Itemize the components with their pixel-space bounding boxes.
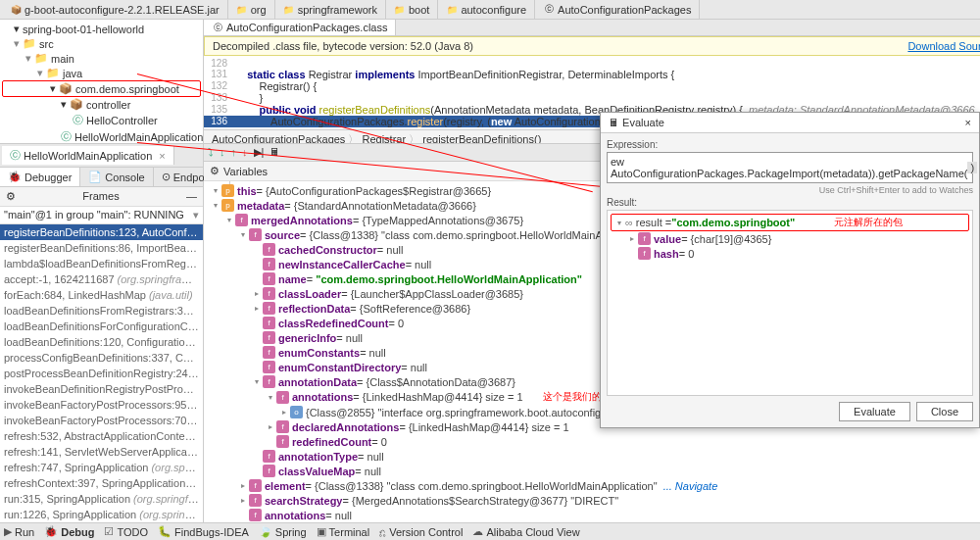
stack-frame[interactable]: invokeBeanFactoryPostProcessors:95, Post… [0, 397, 203, 413]
evaluate-icon: 🖩 [609, 117, 619, 128]
stack-frame[interactable]: invokeBeanFactoryPostProcessors:706, Abs… [0, 413, 203, 428]
stack-frame[interactable]: forEach:684, LinkedHashMap (java.util) [0, 287, 203, 303]
evaluate-dialog: 🖩 Evaluate × Expression: ew AutoConfigur… [600, 112, 980, 428]
evaluate-button[interactable]: Evaluate [839, 402, 910, 421]
close-icon[interactable]: × [965, 117, 971, 128]
stack-frame[interactable]: refresh:532, AbstractApplicationContext … [0, 428, 203, 444]
tree-node[interactable]: ▾ 📁 java [2, 66, 201, 80]
expression-label: Expression: [607, 139, 973, 150]
path-tab[interactable]: ⓒAutoConfigurationPackages [535, 0, 700, 19]
gear-icon[interactable]: ⚙ [210, 165, 220, 177]
stack-frame[interactable]: run:315, SpringApplication (org.springfr… [0, 491, 203, 507]
force-step-icon[interactable]: ↓ [242, 146, 248, 159]
tab-console[interactable]: 📄 Console [80, 168, 153, 186]
close-button[interactable]: Close [916, 402, 973, 421]
debug-tool[interactable]: 🐞 Debug [44, 525, 94, 538]
folder-icon: 📁 [236, 4, 248, 16]
gear-icon[interactable]: ⚙ [6, 190, 16, 203]
stack-frame[interactable]: invokeBeanDefinitionRegistryPostProcesso… [0, 381, 203, 397]
step-into-icon[interactable]: ↓ [220, 146, 225, 159]
folder-icon: 📁 [283, 4, 295, 16]
frames-list[interactable]: registerBeanDefinitions:123, AutoConfigu… [0, 224, 203, 522]
stack-frame[interactable]: accept:-1, 1624211687 (org.springframewo… [0, 271, 203, 287]
tab-debugger[interactable]: 🐞 Debugger [0, 168, 80, 186]
step-out-icon[interactable]: ↑ [231, 146, 237, 159]
run-to-cursor-icon[interactable]: ▶| [254, 146, 265, 159]
code-line[interactable]: 128 [204, 58, 980, 69]
expression-input[interactable]: ew AutoConfigurationPackages.PackageImpo… [607, 152, 973, 183]
path-tab[interactable]: 📁autoconfigure [438, 0, 535, 19]
frames-header: ⚙ Frames — [0, 187, 203, 207]
stack-frame[interactable]: registerBeanDefinitions:86, ImportBeanDe… [0, 240, 203, 256]
code-line[interactable]: 132 Registrar() { [204, 80, 980, 92]
result-value: "com.demo.springboot" [671, 217, 795, 228]
stack-frame[interactable]: run:1226, SpringApplication (org.springf… [0, 507, 203, 522]
stack-frame[interactable]: registerBeanDefinitions:123, AutoConfigu… [0, 224, 203, 240]
code-line[interactable]: 133 } [204, 92, 980, 104]
path-tab[interactable]: 📁boot [386, 0, 438, 19]
stack-frame[interactable]: loadBeanDefinitionsFromRegistrars:384, C… [0, 303, 203, 319]
tree-node[interactable]: ▾ 📦 controller [2, 97, 201, 112]
path-tab[interactable]: 📁springframework [275, 0, 386, 19]
jar-icon: 📦 [10, 4, 22, 16]
run-tool[interactable]: ▶ Run [4, 525, 34, 538]
terminal-tool[interactable]: ▣ Terminal [317, 525, 370, 538]
todo-tool[interactable]: ☑ TODO [104, 525, 148, 538]
stack-frame[interactable]: refresh:747, SpringApplication (org.spri… [0, 460, 203, 475]
stack-frame[interactable]: loadBeanDefinitionsForConfigurationClass… [0, 319, 203, 334]
decompile-banner: Decompiled .class file, bytecode version… [204, 36, 980, 56]
step-over-icon[interactable]: ⤵ [208, 146, 214, 159]
tree-node[interactable]: ⓒ HelloController [2, 112, 201, 128]
tree-node[interactable]: ▾ 📁 src [2, 36, 201, 51]
variable-node[interactable]: fclassValueMap = null [206, 464, 978, 478]
top-path-tabs: 📦g-boot-autoconfigure-2.2.1.RELEASE.jar … [0, 0, 980, 20]
variable-node[interactable]: fredefinedCount = 0 [206, 434, 978, 449]
thread-status: "main"@1 in group "main": RUNNING [4, 209, 184, 221]
result-label: Result: [607, 197, 973, 208]
variable-node[interactable]: ▸felement = {Class@1338} "class com.demo… [206, 478, 978, 493]
evaluate-icon[interactable]: 🖩 [270, 146, 280, 159]
result-tree[interactable]: ▾∞result = "com.demo.springboot" 元注解所在的包… [607, 210, 973, 396]
hint-text: Use Ctrl+Shift+Enter to add to Watches [607, 183, 973, 197]
close-icon[interactable]: × [159, 150, 165, 162]
stack-frame[interactable]: refreshContext:397, SpringApplication (o… [0, 475, 203, 491]
tree-node[interactable]: ▾spring-boot-01-helloworld [2, 22, 201, 36]
variable-node[interactable]: ▸fsearchStrategy = {MergedAnnotations$Se… [206, 493, 978, 508]
project-tree[interactable]: ▾spring-boot-01-helloworld ▾ 📁 src ▾ 📁 m… [0, 20, 203, 163]
code-line[interactable]: 131 static class Registrar implements Im… [204, 69, 980, 80]
stack-frame[interactable]: refresh:141, ServletWebServerApplication… [0, 444, 203, 460]
path-tab[interactable]: 📁org [228, 0, 275, 19]
tree-node-package[interactable]: ▾ 📦 com.demo.springboot [2, 80, 201, 97]
stack-frame[interactable]: loadBeanDefinitions:120, ConfigurationCl… [0, 334, 203, 350]
download-sources-link[interactable]: Download Sources [907, 40, 980, 52]
editor-tab[interactable]: ⓒAutoConfigurationPackages.class [204, 20, 396, 35]
tree-node[interactable]: ▾ 📁 main [2, 51, 201, 66]
stack-frame[interactable]: processConfigBeanDefinitions:337, Config… [0, 350, 203, 366]
debug-file-tab[interactable]: ⓒ HelloWorldMainApplication × [2, 146, 174, 165]
folder-icon: 📁 [394, 4, 406, 16]
spring-tool[interactable]: 🍃 Spring [259, 525, 307, 538]
expand-icon[interactable]: — [186, 190, 197, 203]
path-tab[interactable]: 📦g-boot-autoconfigure-2.2.1.RELEASE.jar [2, 0, 228, 19]
variable-node[interactable]: fannotationType = null [206, 449, 978, 464]
stack-frame[interactable]: lambda$loadBeanDefinitionsFromRegistrars… [0, 256, 203, 271]
alibaba-tool[interactable]: ☁ Alibaba Cloud View [472, 525, 579, 538]
class-icon: ⓒ [543, 4, 555, 16]
vcs-tool[interactable]: ⎌ Version Control [379, 526, 463, 538]
status-bar: ▶ Run 🐞 Debug ☑ TODO 🐛 FindBugs-IDEA 🍃 S… [0, 522, 980, 540]
project-panel: ▾spring-boot-01-helloworld ▾ 📁 src ▾ 📁 m… [0, 20, 204, 163]
findbugs-tool[interactable]: 🐛 FindBugs-IDEA [158, 525, 249, 538]
folder-icon: 📁 [446, 4, 458, 16]
class-icon: ⓒ [212, 22, 223, 33]
variable-node[interactable]: fannotations = null [206, 508, 978, 522]
stack-frame[interactable]: postProcessBeanDefinitionRegistry:242, C… [0, 366, 203, 381]
